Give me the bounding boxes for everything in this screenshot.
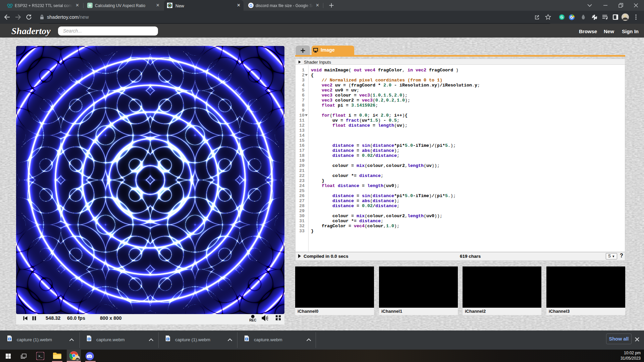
svg-text:REC: REC [249,318,256,322]
svg-text:G: G [560,15,564,19]
svg-text:>_: >_ [38,355,43,358]
svg-text:G: G [249,3,252,8]
svg-text:❉: ❉ [88,3,91,7]
